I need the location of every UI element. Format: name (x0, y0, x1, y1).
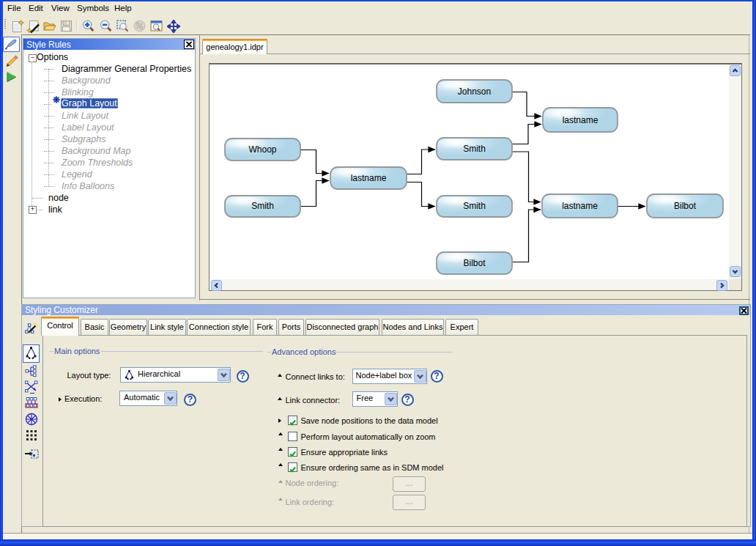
svg-text:lastname: lastname (563, 115, 598, 125)
svg-text:Smith: Smith (463, 201, 486, 211)
svg-text:Smith: Smith (463, 144, 486, 154)
svg-text:Johnson: Johnson (458, 86, 491, 97)
svg-text:Bilbot: Bilbot (674, 201, 697, 211)
svg-text:lastname: lastname (562, 201, 598, 211)
svg-text:lastname: lastname (351, 173, 387, 183)
svg-text:Smith: Smith (251, 201, 274, 211)
svg-text:Bilbot: Bilbot (463, 258, 486, 268)
svg-text:Whoop: Whoop (248, 144, 276, 155)
